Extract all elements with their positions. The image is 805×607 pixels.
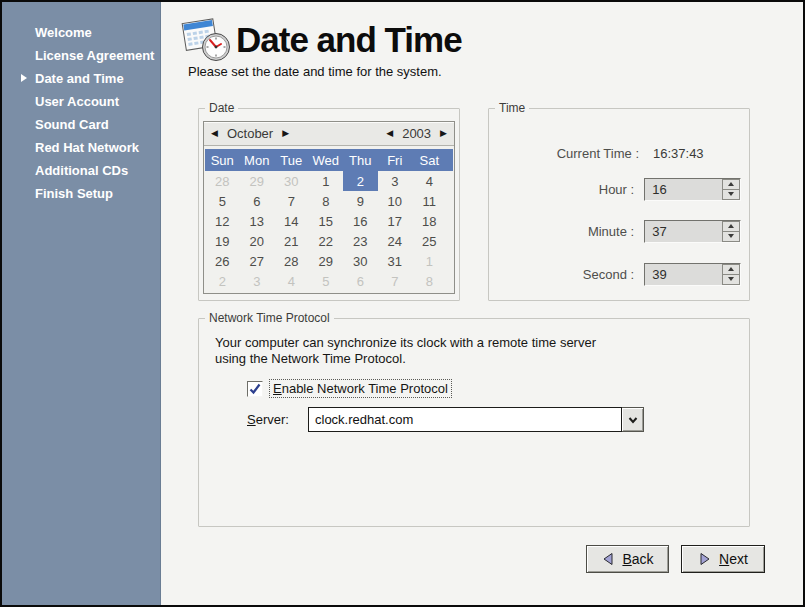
ntp-description-line2: using the Network Time Protocol. (215, 351, 406, 366)
setup-wizard-window: WelcomeLicense AgreementDate and TimeUse… (0, 0, 805, 607)
enable-ntp-checkbox[interactable] (247, 381, 263, 397)
calendar-day-cell[interactable]: 8 (412, 271, 447, 291)
ntp-group: Network Time Protocol Your computer can … (198, 318, 750, 527)
calendar-day-cell[interactable]: 19 (205, 231, 240, 251)
calendar-day-cell[interactable]: 17 (378, 211, 413, 231)
calendar-day-cell[interactable]: 28 (205, 171, 240, 191)
down-arrow-icon (728, 192, 734, 196)
calendar-day-cell[interactable]: 4 (274, 271, 309, 291)
second-spinner[interactable]: 39 (644, 263, 741, 286)
sidebar-item-red-hat-network[interactable]: Red Hat Network (2, 136, 160, 159)
sidebar-item-date-and-time[interactable]: Date and Time (2, 67, 160, 90)
back-button[interactable]: Back (586, 545, 669, 573)
sidebar-item-sound-card[interactable]: Sound Card (2, 113, 160, 136)
enable-ntp-label[interactable]: Enable Network Time Protocol (269, 379, 452, 398)
calendar-day-cell[interactable]: 3 (378, 171, 413, 191)
calendar-day-cell[interactable]: 30 (343, 251, 378, 271)
calendar-day-cell[interactable]: 4 (412, 171, 447, 191)
up-arrow-icon (728, 267, 734, 271)
calendar-day-cell[interactable]: 6 (343, 271, 378, 291)
calendar-day-cell[interactable]: 9 (343, 191, 378, 211)
calendar-day-cell[interactable]: 7 (378, 271, 413, 291)
calendar-day-cell[interactable]: 29 (309, 251, 344, 271)
calendar-day-cell[interactable]: 26 (205, 251, 240, 271)
up-arrow-icon (728, 182, 734, 186)
sidebar-item-license-agreement[interactable]: License Agreement (2, 44, 160, 67)
server-row: Server: clock.redhat.com (247, 407, 644, 432)
calendar-day-cell[interactable]: 2 (205, 271, 240, 291)
next-year-icon[interactable]: ▶ (440, 129, 447, 138)
sidebar-item-label: Additional CDs (35, 163, 128, 178)
calendar-grid: 2829301234567891011121314151617181920212… (205, 171, 453, 293)
sidebar-item-label: Welcome (35, 25, 92, 40)
server-dropdown-button[interactable] (622, 407, 644, 432)
calendar-day-cell[interactable]: 8 (309, 191, 344, 211)
calendar-day-cell[interactable]: 28 (274, 251, 309, 271)
prev-month-icon[interactable]: ◀ (211, 129, 218, 138)
calendar-day-cell[interactable]: 1 (412, 251, 447, 271)
second-down-button[interactable] (722, 275, 740, 285)
calendar-day-cell[interactable]: 20 (240, 231, 275, 251)
calendar-day-cell[interactable]: 18 (412, 211, 447, 231)
sidebar-item-label: User Account (35, 94, 119, 109)
time-group-label: Time (495, 101, 529, 115)
sidebar-item-additional-cds[interactable]: Additional CDs (2, 159, 160, 182)
main-content: Date and Time Please set the date and ti… (162, 2, 803, 605)
calendar-day-cell[interactable]: 22 (309, 231, 344, 251)
calendar-day-cell[interactable]: 24 (378, 231, 413, 251)
minute-spinner[interactable]: 37 (644, 220, 741, 243)
calendar-day-cell[interactable]: 31 (378, 251, 413, 271)
calendar-day-cell[interactable]: 14 (274, 211, 309, 231)
calendar-day-cell[interactable]: 25 (412, 231, 447, 251)
calendar-day-cell[interactable]: 27 (240, 251, 275, 271)
calendar-day-cell[interactable]: 6 (240, 191, 275, 211)
calendar-day-cell[interactable]: 30 (274, 171, 309, 191)
next-button[interactable]: Next (681, 545, 765, 573)
calendar-day-headers: SunMonTueWedThuFriSat (205, 149, 453, 171)
minute-down-button[interactable] (722, 232, 740, 242)
date-time-icon (180, 14, 232, 68)
calendar-day-cell[interactable]: 5 (309, 271, 344, 291)
hour-down-button[interactable] (722, 190, 740, 200)
sidebar-item-welcome[interactable]: Welcome (2, 21, 160, 44)
down-arrow-icon (728, 277, 734, 281)
sidebar-item-user-account[interactable]: User Account (2, 90, 160, 113)
hour-spinner[interactable]: 16 (644, 178, 741, 201)
calendar: ◀ October ▶ ◀ 2003 ▶ SunMonTueWedThuFriS… (203, 121, 455, 294)
calendar-day-cell[interactable]: 13 (240, 211, 275, 231)
calendar-day-cell[interactable]: 16 (343, 211, 378, 231)
year-label: 2003 (402, 126, 431, 141)
calendar-day-cell[interactable]: 10 (378, 191, 413, 211)
calendar-day-cell[interactable]: 3 (240, 271, 275, 291)
sidebar-nav: WelcomeLicense AgreementDate and TimeUse… (2, 2, 161, 605)
calendar-day-header: Fri (378, 153, 413, 168)
calendar-day-cell[interactable]: 12 (205, 211, 240, 231)
calendar-day-cell[interactable]: 23 (343, 231, 378, 251)
year-navigation: ◀ 2003 ▶ (386, 126, 447, 141)
calendar-day-cell[interactable]: 29 (240, 171, 275, 191)
server-combobox[interactable]: clock.redhat.com (308, 407, 644, 432)
hour-up-button[interactable] (722, 179, 740, 190)
calendar-day-cell[interactable]: 1 (309, 171, 344, 191)
hour-row: Hour : 16 (489, 177, 741, 201)
calendar-day-cell[interactable]: 5 (205, 191, 240, 211)
calendar-day-cell[interactable]: 15 (309, 211, 344, 231)
sidebar-item-label: License Agreement (35, 48, 154, 63)
next-month-icon[interactable]: ▶ (282, 129, 289, 138)
sidebar-item-finish-setup[interactable]: Finish Setup (2, 182, 160, 205)
calendar-day-cell[interactable]: 2 (343, 171, 378, 191)
calendar-day-cell[interactable]: 7 (274, 191, 309, 211)
calendar-day-header: Sat (412, 153, 447, 168)
minute-up-button[interactable] (722, 221, 740, 232)
back-button-label: Back (622, 551, 653, 567)
calendar-day-cell[interactable]: 21 (274, 231, 309, 251)
server-input[interactable]: clock.redhat.com (308, 407, 622, 432)
ntp-group-label: Network Time Protocol (205, 311, 334, 325)
calendar-day-header: Wed (309, 153, 344, 168)
next-button-label: Next (719, 551, 748, 567)
sidebar-item-label: Finish Setup (35, 186, 113, 201)
current-time-row: Current Time : 16:37:43 (489, 141, 741, 165)
prev-year-icon[interactable]: ◀ (386, 129, 393, 138)
second-up-button[interactable] (722, 264, 740, 275)
calendar-day-cell[interactable]: 11 (412, 191, 447, 211)
